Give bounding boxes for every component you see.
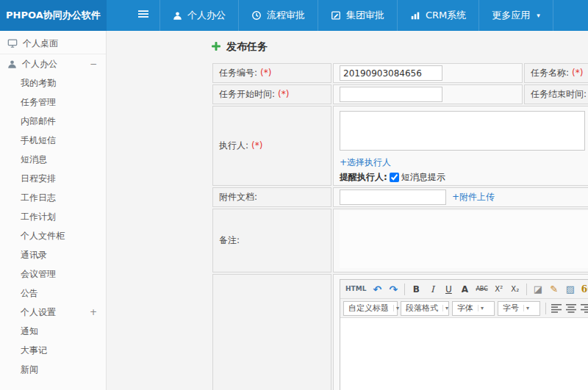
format-brush-button[interactable]: ✎: [547, 282, 562, 297]
paragraph-format-select[interactable]: 段落格式 ▾: [401, 301, 449, 316]
task-name-label: 任务名称:(*): [524, 63, 588, 83]
sidebar-item-attendance[interactable]: 我的考勤: [0, 73, 106, 93]
bold-button[interactable]: B: [409, 282, 423, 297]
table-row: 备注:: [212, 209, 588, 272]
required-mark: (*): [572, 68, 583, 78]
start-time-label: 任务开始时间:(*): [212, 84, 331, 104]
sidebar-item-internal-mail[interactable]: 内部邮件: [0, 112, 106, 131]
user-icon: [7, 59, 17, 69]
edit-pad-icon: [331, 10, 341, 21]
chevron-down-icon: ▾: [442, 305, 448, 311]
executor-textarea[interactable]: [340, 111, 585, 151]
sidebar-item-personal-settings[interactable]: 个人设置 +: [0, 303, 106, 322]
strikethrough-button[interactable]: ABC: [473, 282, 490, 297]
align-right-button[interactable]: [579, 302, 588, 315]
nav-label: CRM系统: [426, 9, 466, 22]
main-area: 发布任务 任务编号:(*) 任务名称:(*) 任务开始时间:(*): [107, 31, 588, 390]
undo-button[interactable]: ↶: [370, 282, 384, 297]
editor-toolbar-row2: 自定义标题 ▾ 段落格式 ▾ 字体 ▾: [340, 299, 588, 318]
sidebar-item-contacts[interactable]: 通讯录: [0, 245, 106, 264]
remove-format-button[interactable]: ◪: [531, 282, 545, 297]
blockquote-button[interactable]: 66: [579, 282, 588, 297]
user-icon: [173, 11, 182, 21]
nav-group-approval[interactable]: 集团审批: [318, 0, 397, 31]
executor-label: 执行人:(*): [212, 106, 331, 186]
chevron-down-icon: ▾: [537, 12, 540, 19]
table-row: 附件文档: +附件上传: [212, 187, 588, 207]
collapse-icon[interactable]: −: [90, 59, 97, 68]
sidebar-item-schedule[interactable]: 日程安排: [0, 169, 106, 188]
sidebar: 个人桌面 个人办公 − 我的考勤 任务管理 内部邮件 手机短信 短消息 日程安排…: [0, 31, 107, 390]
end-time-label: 任务结束时间:(*): [524, 84, 588, 104]
chevron-down-icon: ▾: [393, 305, 399, 311]
sidebar-item-notice[interactable]: 通知: [0, 322, 106, 341]
page-title-text: 发布任务: [226, 40, 268, 54]
font-size-select[interactable]: 字号 ▾: [498, 301, 540, 316]
nav-label: 更多应用: [492, 9, 530, 22]
table-row: 任务编号:(*) 任务名称:(*): [212, 63, 588, 83]
align-center-button[interactable]: [564, 302, 578, 315]
align-left-button[interactable]: [550, 302, 563, 315]
chevron-down-icon: ▾: [478, 305, 484, 311]
top-header: PHPOA协同办公软件 个人办公 流程审批 集团审批: [0, 0, 588, 31]
sidebar-toggle-button[interactable]: [127, 0, 159, 31]
editor-content[interactable]: [340, 318, 588, 390]
remark-cell: [333, 209, 588, 272]
html-source-button[interactable]: HTML: [343, 282, 368, 297]
required-mark: (*): [260, 68, 271, 78]
fill-color-button[interactable]: ▨: [563, 282, 578, 297]
sidebar-item-file-cabinet[interactable]: 个人文件柜: [0, 226, 106, 245]
start-time-input[interactable]: [340, 87, 442, 102]
attachment-label: 附件文档:: [212, 187, 331, 207]
top-nav: 个人办公 流程审批 集团审批 CRM系统 更多应用 ▾: [159, 0, 553, 31]
font-style-button[interactable]: A: [457, 282, 472, 297]
nav-crm-system[interactable]: CRM系统: [397, 0, 478, 31]
superscript-button[interactable]: X²: [492, 282, 506, 297]
custom-heading-select[interactable]: 自定义标题 ▾: [343, 301, 398, 316]
nav-label: 流程审批: [267, 9, 305, 22]
required-mark: (*): [278, 89, 289, 99]
task-no-input[interactable]: [340, 65, 442, 81]
chevron-down-icon: ▾: [523, 305, 529, 311]
executor-cell: +选择执行人 提醒执行人: 短消息提示: [333, 106, 588, 186]
app-logo-text: PHPOA协同办公软件: [6, 9, 101, 22]
toolbar-separator: [545, 303, 546, 314]
sidebar-item-work-plan[interactable]: 工作计划: [0, 207, 106, 226]
sidebar-item-news[interactable]: 新闻: [0, 360, 106, 379]
app-logo[interactable]: PHPOA协同办公软件: [0, 0, 107, 31]
nav-label: 集团审批: [346, 9, 384, 22]
sidebar-item-work-log[interactable]: 工作日志: [0, 188, 106, 207]
sidebar-item-mobile-sms[interactable]: 手机短信: [0, 131, 106, 150]
attachment-input[interactable]: [340, 189, 446, 205]
sidebar-item-announcement[interactable]: 公告: [0, 284, 106, 303]
sidebar-item-personal-office[interactable]: 个人办公 −: [0, 54, 106, 73]
sms-remind-checkbox[interactable]: [390, 173, 399, 182]
nav-more-apps[interactable]: 更多应用 ▾: [478, 0, 553, 31]
expand-icon[interactable]: +: [90, 308, 97, 317]
process-clock-icon: [251, 10, 262, 21]
subscript-button[interactable]: X₂: [508, 282, 523, 297]
sidebar-item-events[interactable]: 大事记: [0, 341, 106, 360]
remark-textarea[interactable]: [340, 211, 588, 268]
redo-button[interactable]: ↷: [386, 282, 401, 297]
start-time-cell: [333, 84, 523, 104]
task-description-cell: HTML ↶ ↷ B I U A ABC X² X₂ ◪: [333, 274, 588, 390]
sms-tip-label: 短消息提示: [401, 171, 445, 184]
sidebar-item-short-message[interactable]: 短消息: [0, 150, 106, 169]
font-family-select[interactable]: 字体 ▾: [452, 301, 495, 316]
sidebar-item-meeting-management[interactable]: 会议管理: [0, 264, 106, 284]
hamburger-icon: [137, 8, 149, 23]
sidebar-item-desktop[interactable]: 个人桌面: [0, 33, 106, 54]
italic-button[interactable]: I: [425, 282, 440, 297]
sidebar-item-task-management[interactable]: 任务管理: [0, 93, 106, 112]
toolbar-separator: [404, 284, 405, 295]
nav-process-approval[interactable]: 流程审批: [238, 0, 318, 31]
choose-executor-link[interactable]: +选择执行人: [340, 157, 391, 167]
task-no-label: 任务编号:(*): [212, 63, 331, 83]
underline-button[interactable]: U: [441, 282, 456, 297]
task-description-label: 任务描述:(*): [212, 274, 331, 390]
table-row: 任务开始时间:(*) 任务结束时间:(*): [212, 84, 588, 104]
attachment-upload-link[interactable]: +附件上传: [452, 191, 495, 203]
nav-label: 个人办公: [187, 9, 226, 22]
nav-personal-office[interactable]: 个人办公: [159, 0, 238, 31]
